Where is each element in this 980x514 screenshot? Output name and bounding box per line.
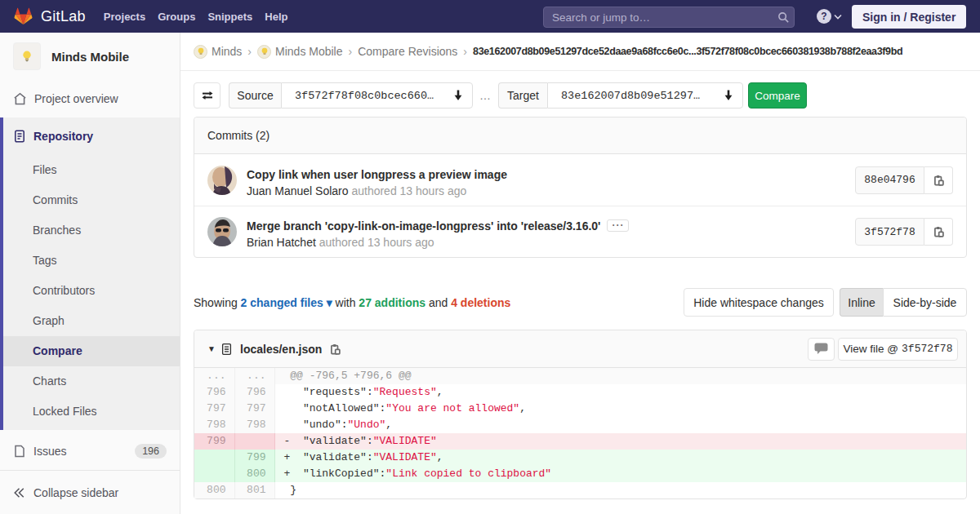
svg-text:?: ? (821, 11, 826, 22)
